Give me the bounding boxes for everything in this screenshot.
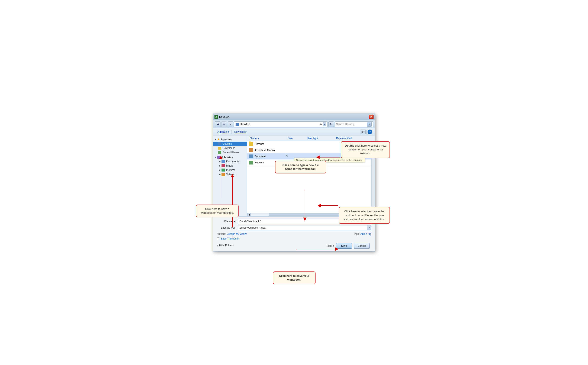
documents-icon (221, 160, 225, 163)
hide-folders-button[interactable]: ⊟ Hide Folders (217, 244, 234, 247)
sidebar-item-videos[interactable]: ▶ Videos... (213, 172, 247, 176)
toolbar-separator-2 (367, 130, 367, 134)
save-type-input-wrap: Excel Workbook (*.xlsx) ▾ (238, 225, 371, 230)
save-button[interactable]: Save (336, 243, 352, 249)
sidebar-item-downloads[interactable]: Downloads (213, 146, 247, 150)
path-dropdown-button[interactable]: ▾ (323, 122, 326, 126)
recent-label: Recent Places (223, 151, 239, 154)
libraries-icon (217, 156, 221, 159)
callout-save: Click here to save your workbook. (273, 272, 316, 284)
favorites-label: Favorites (221, 138, 232, 141)
app-icon: X (214, 115, 218, 119)
desktop-icon (218, 142, 221, 145)
bottom-footer: ⊟ Hide Folders Tools ▾ Save Cancel (217, 241, 371, 249)
tags-label: Tags: (354, 232, 360, 235)
forward-button[interactable]: ▶ (221, 121, 227, 127)
computer-icon (249, 154, 253, 158)
libraries-folder-icon (249, 142, 253, 146)
hide-folders-label: Hide Folders (219, 244, 234, 247)
authors-value[interactable]: Joseph M. Manzo (227, 232, 247, 235)
save-type-label: Save as type: (217, 226, 238, 229)
hide-folders-icon: ⊟ (217, 244, 218, 247)
close-button[interactable]: ✕ (369, 115, 374, 119)
toolbar-right: ⊞ ▾ ? (360, 130, 372, 134)
person-icon (249, 148, 253, 152)
favorites-star: ★ (217, 138, 220, 141)
title-bar: X Save As ✕ (213, 114, 375, 120)
dialog-title: Save As (219, 115, 369, 119)
downloads-label: Downloads (223, 147, 235, 150)
cancel-button[interactable]: Cancel (354, 243, 370, 249)
videos-icon (221, 173, 225, 176)
videos-arrow: ▶ (219, 173, 221, 175)
col-date-header[interactable]: Date modified (335, 137, 373, 140)
pictures-arrow: ▶ (219, 169, 221, 171)
help-button[interactable]: ? (368, 130, 372, 134)
col-size-header[interactable]: Size (287, 137, 307, 140)
column-headers: Name ▲ Size Item type Date modified (247, 135, 375, 141)
search-input[interactable] (336, 123, 367, 126)
organize-button[interactable]: Organize ▾ (216, 130, 230, 134)
toolbar: Organize ▾ New folder ⊞ ▾ ? (213, 128, 375, 135)
recent-icon (218, 151, 221, 154)
cursor-arrow: ↖ (286, 154, 288, 157)
callout-computer: Double click here to select a new locati… (341, 141, 390, 158)
search-button[interactable]: 🔍 (367, 122, 372, 126)
favorites-triangle: ▼ (214, 139, 216, 141)
libraries-header[interactable]: ▼ Libraries (213, 154, 247, 159)
libraries-label: Libraries (222, 156, 233, 159)
file-name-person: Joseph M. Manzo (255, 149, 291, 152)
scroll-left-arrow[interactable]: ◀ (247, 213, 251, 217)
save-type-select[interactable]: Excel Workbook (*.xlsx) (238, 225, 367, 230)
music-label: Music (226, 164, 233, 167)
videos-label: Videos... (226, 173, 236, 176)
sidebar-item-recent[interactable]: Recent Places (213, 150, 247, 154)
sidebar-item-documents[interactable]: ▶ Documents (213, 159, 247, 164)
file-name-libraries: Libraries (255, 143, 291, 146)
thumbnail-label[interactable]: Save Thumbnail (221, 237, 239, 240)
callout-desktop: Click here to save a workbook on your de… (196, 204, 239, 217)
col-name-header[interactable]: Name ▲ (249, 137, 287, 140)
path-icon (236, 123, 239, 126)
toolbar-separator (232, 130, 232, 134)
refresh-button[interactable]: ↻ (328, 121, 334, 127)
navigation-bar: ◀ ▶ ▾ Desktop ▶ ▾ ↻ 🔍 (213, 120, 375, 128)
music-icon (221, 164, 225, 167)
documents-label: Documents (226, 160, 239, 163)
scroll-thumb-h[interactable] (269, 213, 341, 216)
downloads-icon (218, 147, 221, 150)
save-type-dropdown[interactable]: ▾ (367, 225, 371, 230)
tools-arrow: ▾ (333, 244, 334, 247)
sidebar: ▼ ★ Favorites Desktop Downloads Recent P… (213, 135, 247, 216)
col-type-header[interactable]: Item type (307, 137, 335, 140)
sidebar-item-desktop[interactable]: Desktop (213, 142, 247, 146)
callout-savetype: Click here to select and save the workbo… (339, 207, 390, 224)
libraries-arrow: ▼ (214, 156, 216, 158)
tools-label: Tools (326, 244, 332, 247)
search-box[interactable]: 🔍 (335, 121, 373, 127)
back-button[interactable]: ◀ (215, 121, 220, 127)
thumbnail-row: Save Thumbnail (217, 236, 371, 241)
documents-arrow: ▶ (219, 161, 221, 162)
path-arrow: ▶ (320, 123, 322, 125)
dropdown-arrow-button[interactable]: ▾ (228, 121, 233, 127)
path-box[interactable]: Desktop ▶ ▾ (234, 121, 327, 127)
action-row: Tools ▾ Save Cancel (326, 242, 370, 249)
new-folder-button[interactable]: New folder (234, 130, 247, 134)
view-button[interactable]: ⊞ ▾ (360, 130, 366, 134)
network-icon (249, 161, 253, 164)
pictures-label: Pictures (226, 168, 235, 172)
thumbnail-checkbox[interactable] (217, 237, 219, 240)
path-text: Desktop (240, 123, 319, 126)
callout-filename: Click here to type a new file name for t… (275, 161, 326, 173)
sidebar-item-music[interactable]: ▶ Music (213, 164, 247, 168)
pictures-icon (221, 168, 225, 172)
music-arrow: ▶ (219, 165, 221, 167)
sidebar-item-pictures[interactable]: ▶ Pictures (213, 168, 247, 172)
tags-input[interactable]: Add a tag (361, 232, 371, 235)
save-type-row: Save as type: Excel Workbook (*.xlsx) ▾ (217, 225, 371, 230)
meta-row: Authors: Joseph M. Manzo Tags: Add a tag (217, 232, 371, 236)
file-name-label: File name: (217, 220, 238, 223)
tools-button[interactable]: Tools ▾ (326, 244, 334, 247)
favorites-header[interactable]: ▼ ★ Favorites (213, 137, 247, 142)
